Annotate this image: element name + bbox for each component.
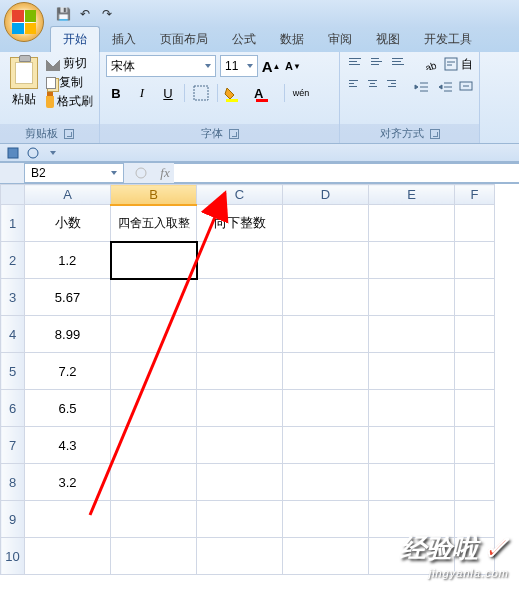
- col-header-c[interactable]: C: [197, 185, 283, 205]
- cell[interactable]: [283, 205, 369, 242]
- italic-button[interactable]: I: [132, 83, 152, 103]
- cell[interactable]: [283, 390, 369, 427]
- tab-formula[interactable]: 公式: [220, 27, 268, 52]
- cell[interactable]: [283, 538, 369, 575]
- tab-data[interactable]: 数据: [268, 27, 316, 52]
- cell[interactable]: [111, 501, 197, 538]
- wrap-text-button[interactable]: 自: [444, 55, 473, 73]
- font-size-select[interactable]: 11: [220, 55, 258, 77]
- cell[interactable]: 6.5: [25, 390, 111, 427]
- tab-layout[interactable]: 页面布局: [148, 27, 220, 52]
- cell[interactable]: [197, 279, 283, 316]
- cell[interactable]: [197, 353, 283, 390]
- cell[interactable]: [283, 279, 369, 316]
- cell[interactable]: [197, 501, 283, 538]
- fill-color-button[interactable]: [224, 83, 248, 103]
- cell[interactable]: 5.67: [25, 279, 111, 316]
- tab-insert[interactable]: 插入: [100, 27, 148, 52]
- decrease-font-button[interactable]: A▼: [284, 56, 302, 76]
- cell[interactable]: [369, 390, 455, 427]
- border-button[interactable]: [191, 83, 211, 103]
- merge-button[interactable]: [459, 77, 473, 95]
- cell[interactable]: 7.2: [25, 353, 111, 390]
- row-header[interactable]: 2: [1, 242, 25, 279]
- cell[interactable]: [455, 279, 495, 316]
- row-header[interactable]: 8: [1, 464, 25, 501]
- tab-view[interactable]: 视图: [364, 27, 412, 52]
- cell[interactable]: [283, 353, 369, 390]
- row-header[interactable]: 9: [1, 501, 25, 538]
- cell[interactable]: [369, 464, 455, 501]
- cell[interactable]: [283, 242, 369, 279]
- cell[interactable]: [455, 390, 495, 427]
- cell[interactable]: [197, 538, 283, 575]
- cell[interactable]: 1.2: [25, 242, 111, 279]
- cell[interactable]: [197, 464, 283, 501]
- align-launcher-icon[interactable]: [430, 129, 440, 139]
- cell[interactable]: [455, 427, 495, 464]
- align-bottom-button[interactable]: [389, 55, 407, 73]
- insert-function-button[interactable]: fx: [156, 164, 174, 182]
- cell[interactable]: [25, 501, 111, 538]
- cell[interactable]: 向下整数: [197, 205, 283, 242]
- cell[interactable]: [369, 353, 455, 390]
- cancel-formula-button[interactable]: [132, 164, 150, 182]
- aux-button-3[interactable]: [44, 146, 62, 160]
- row-header[interactable]: 6: [1, 390, 25, 427]
- cell[interactable]: [369, 279, 455, 316]
- tab-dev[interactable]: 开发工具: [412, 27, 484, 52]
- cell[interactable]: [369, 205, 455, 242]
- decrease-indent-button[interactable]: [411, 77, 431, 95]
- align-left-button[interactable]: [346, 77, 361, 95]
- cell[interactable]: [283, 316, 369, 353]
- cell[interactable]: [25, 538, 111, 575]
- col-header-a[interactable]: A: [25, 185, 111, 205]
- cell[interactable]: [111, 538, 197, 575]
- select-all-corner[interactable]: [1, 185, 25, 205]
- cut-button[interactable]: 剪切: [46, 55, 93, 72]
- row-header[interactable]: 5: [1, 353, 25, 390]
- bold-button[interactable]: B: [106, 83, 126, 103]
- underline-button[interactable]: U: [158, 83, 178, 103]
- col-header-d[interactable]: D: [283, 185, 369, 205]
- align-top-button[interactable]: [346, 55, 364, 73]
- spreadsheet-grid[interactable]: A B C D E F 1 小数 四舍五入取整 向下整数 2 1.2 3 5.6…: [0, 184, 495, 575]
- save-icon[interactable]: 💾: [54, 5, 72, 23]
- increase-indent-button[interactable]: [435, 77, 455, 95]
- cell[interactable]: 四舍五入取整: [111, 205, 197, 242]
- cell[interactable]: [455, 242, 495, 279]
- cell[interactable]: [455, 464, 495, 501]
- row-header[interactable]: 10: [1, 538, 25, 575]
- cell[interactable]: [283, 501, 369, 538]
- row-header[interactable]: 1: [1, 205, 25, 242]
- cell[interactable]: [197, 242, 283, 279]
- tab-home[interactable]: 开始: [50, 26, 100, 52]
- col-header-f[interactable]: F: [455, 185, 495, 205]
- formula-bar[interactable]: [174, 163, 519, 183]
- cell[interactable]: [369, 242, 455, 279]
- cell[interactable]: [369, 427, 455, 464]
- format-painter-button[interactable]: 格式刷: [46, 93, 93, 110]
- align-center-button[interactable]: [365, 77, 380, 95]
- cell-selected[interactable]: [111, 242, 197, 279]
- font-launcher-icon[interactable]: [229, 129, 239, 139]
- row-header[interactable]: 4: [1, 316, 25, 353]
- font-color-button[interactable]: A: [254, 83, 278, 103]
- name-box[interactable]: B2: [24, 163, 124, 183]
- cell[interactable]: 小数: [25, 205, 111, 242]
- phonetic-button[interactable]: wén: [291, 83, 311, 103]
- clipboard-launcher-icon[interactable]: [64, 129, 74, 139]
- cell[interactable]: [111, 427, 197, 464]
- cell[interactable]: [111, 464, 197, 501]
- font-name-select[interactable]: 宋体: [106, 55, 216, 77]
- col-header-b[interactable]: B: [111, 185, 197, 205]
- tab-review[interactable]: 审阅: [316, 27, 364, 52]
- aux-button-2[interactable]: [24, 146, 42, 160]
- align-right-button[interactable]: [384, 77, 399, 95]
- cell[interactable]: 3.2: [25, 464, 111, 501]
- cell[interactable]: 8.99: [25, 316, 111, 353]
- cell[interactable]: 4.3: [25, 427, 111, 464]
- cell[interactable]: [111, 353, 197, 390]
- paste-button[interactable]: 粘贴: [6, 55, 42, 110]
- col-header-e[interactable]: E: [369, 185, 455, 205]
